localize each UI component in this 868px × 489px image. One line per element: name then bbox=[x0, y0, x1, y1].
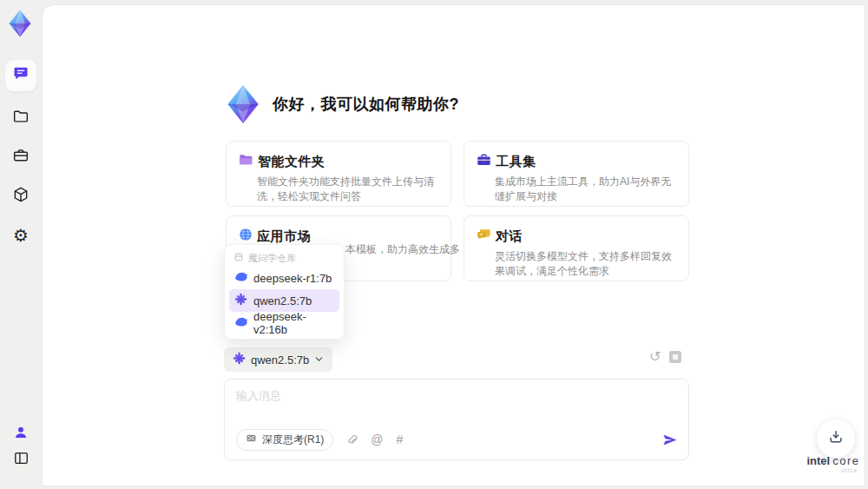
brand-core: core bbox=[832, 454, 859, 467]
model-option-qwen[interactable]: qwen2.5:7b bbox=[229, 289, 339, 312]
attachment-icon[interactable] bbox=[346, 434, 358, 446]
chevron-down-icon bbox=[314, 354, 324, 367]
chat-amber-icon bbox=[477, 228, 491, 245]
message-input[interactable] bbox=[236, 388, 670, 421]
model-option-deepseek-v2[interactable]: deepseek-v2:16b bbox=[229, 312, 339, 334]
sidebar-item-collapse[interactable] bbox=[5, 444, 36, 475]
model-dropdown: 魔问学仓库 deepseek-r1:7b bbox=[224, 244, 345, 340]
chat-icon bbox=[12, 65, 30, 86]
model-option-label: qwen2.5:7b bbox=[253, 294, 312, 307]
gear-icon: ⚙ bbox=[13, 227, 29, 244]
card-title: 对话 bbox=[496, 228, 523, 245]
mention-icon[interactable]: @ bbox=[371, 433, 383, 446]
qwen-icon bbox=[234, 293, 247, 308]
app-window: ⚙ 你好，我可以如何帮助 bbox=[0, 0, 868, 489]
card-description-visible: 本模板，助力高效生成多 bbox=[345, 242, 460, 257]
card-title: 智能文件夹 bbox=[258, 154, 326, 170]
card-dialogue[interactable]: 对话 灵活切换多模型文件，支持多样回复效果调试，满足个性化需求 bbox=[464, 215, 689, 281]
deep-think-toggle[interactable]: 深度思考(R1) bbox=[236, 429, 333, 451]
cube-icon bbox=[12, 186, 30, 207]
model-option-label: deepseek-v2:16b bbox=[253, 310, 334, 336]
card-title: 工具集 bbox=[496, 154, 536, 170]
model-selector-button[interactable]: qwen2.5:7b bbox=[224, 347, 332, 372]
brand-intel: intel bbox=[806, 454, 830, 467]
sidebar-item-tools[interactable] bbox=[5, 142, 36, 173]
model-option-deepseek-r1[interactable]: deepseek-r1:7b bbox=[229, 267, 339, 289]
model-dropdown-header: 魔问学仓库 bbox=[229, 249, 339, 267]
new-window-icon[interactable] bbox=[669, 351, 681, 363]
briefcase-indigo-icon bbox=[477, 153, 491, 170]
send-button[interactable] bbox=[661, 432, 678, 448]
briefcase-icon bbox=[12, 147, 30, 168]
card-toolset[interactable]: 工具集 集成市场上主流工具，助力AI与外界无缝扩展与对接 bbox=[464, 141, 689, 207]
card-description: 智能文件夹功能支持批量文件上传与清洗，轻松实现文件问答 bbox=[257, 175, 438, 204]
chat-toolbar: ↺ bbox=[649, 350, 681, 364]
history-icon[interactable]: ↺ bbox=[649, 350, 661, 364]
download-icon bbox=[827, 428, 845, 449]
folder-purple-icon bbox=[239, 153, 253, 170]
card-smart-folder[interactable]: 智能文件夹 智能文件夹功能支持批量文件上传与清洗，轻松实现文件问答 bbox=[226, 141, 451, 207]
sidebar-item-apps[interactable] bbox=[5, 181, 36, 212]
hash-icon[interactable]: # bbox=[397, 433, 404, 446]
collapse-panel-icon bbox=[13, 450, 30, 470]
model-selector-label: qwen2.5:7b bbox=[251, 354, 309, 367]
sidebar-item-files[interactable] bbox=[5, 102, 36, 134]
model-dropdown-header-label: 魔问学仓库 bbox=[248, 252, 296, 265]
card-description: 灵活切换多模型文件，支持多样回复效果调试，满足个性化需求 bbox=[495, 249, 676, 279]
composer: 深度思考(R1) @ # bbox=[224, 379, 689, 460]
deepseek-icon bbox=[234, 271, 247, 285]
globe-blue-icon bbox=[239, 228, 253, 245]
deep-think-label: 深度思考(R1) bbox=[262, 433, 324, 447]
sidebar-item-chat[interactable] bbox=[5, 60, 36, 91]
folder-icon bbox=[12, 108, 30, 129]
atom-icon bbox=[246, 433, 257, 446]
app-logo-icon bbox=[5, 9, 35, 38]
user-icon bbox=[13, 425, 29, 444]
intel-core-ultra-badge: intelcore ultra bbox=[799, 454, 868, 473]
repository-icon bbox=[234, 253, 243, 263]
qwen-icon bbox=[233, 352, 246, 367]
greeting-text: 你好，我可以如何帮助你? bbox=[273, 94, 459, 115]
deepseek-icon bbox=[234, 316, 247, 330]
model-option-label: deepseek-r1:7b bbox=[253, 272, 332, 285]
card-description: 集成市场上主流工具，助力AI与外界无缝扩展与对接 bbox=[495, 175, 676, 204]
sidebar: ⚙ bbox=[0, 0, 42, 489]
download-button[interactable] bbox=[817, 420, 855, 458]
brand-ultra: ultra bbox=[799, 467, 868, 473]
sidebar-item-settings[interactable]: ⚙ bbox=[5, 220, 36, 251]
greeting-logo-icon bbox=[222, 83, 264, 125]
card-title: 应用市场 bbox=[257, 228, 311, 245]
